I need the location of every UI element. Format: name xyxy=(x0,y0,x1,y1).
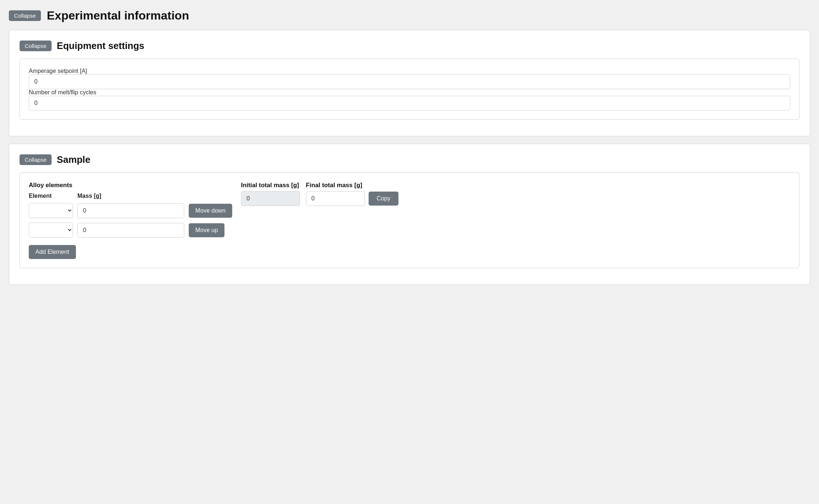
initial-total-mass-input xyxy=(241,191,300,206)
collapse-button-equipment[interactable]: Collapse xyxy=(20,41,52,51)
sample-inner-card: Alloy elements Element Mass [g] Move dow… xyxy=(20,172,799,268)
cycles-input[interactable] xyxy=(29,96,790,111)
element-select-2[interactable] xyxy=(29,223,73,238)
mass-input-1[interactable] xyxy=(77,203,184,218)
initial-total-mass-label: Initial total mass [g] xyxy=(241,182,300,189)
equipment-section-card: Collapse Equipment settings Amperage set… xyxy=(9,30,810,136)
left-alloy-section: Alloy elements Element Mass [g] Move dow… xyxy=(29,182,232,259)
equipment-inner-card: Amperage setpoint [A] Number of melt/fli… xyxy=(20,59,799,120)
sample-section-title: Sample xyxy=(57,154,90,165)
alloy-elements-header: Alloy elements xyxy=(29,182,232,189)
collapse-button-top[interactable]: Collapse xyxy=(9,10,41,21)
page-header: Collapse Experimental information xyxy=(9,9,810,22)
amperage-input[interactable] xyxy=(29,74,790,89)
alloy-row-2: Move up xyxy=(29,223,232,238)
col-element-header: Element xyxy=(29,193,73,199)
initial-total-mass-col: Initial total mass [g] xyxy=(241,182,300,206)
amperage-label: Amperage setpoint [A] xyxy=(29,68,87,74)
page-title: Experimental information xyxy=(47,9,189,22)
right-mass-section: Initial total mass [g] Final total mass … xyxy=(241,182,398,206)
equipment-section-header: Collapse Equipment settings xyxy=(20,41,799,51)
alloy-row-1: Move down xyxy=(29,203,232,218)
main-inner-table: Alloy elements Element Mass [g] Move dow… xyxy=(29,182,790,259)
move-up-button[interactable]: Move up xyxy=(189,223,224,237)
amperage-field-group: Amperage setpoint [A] xyxy=(29,68,790,89)
col-mass-header: Mass [g] xyxy=(77,193,184,199)
move-down-button[interactable]: Move down xyxy=(189,204,232,218)
final-total-mass-input[interactable] xyxy=(306,191,365,206)
sample-section-card: Collapse Sample Alloy elements Element M… xyxy=(9,144,810,285)
element-select-1[interactable] xyxy=(29,203,73,218)
equipment-section-title: Equipment settings xyxy=(57,41,144,51)
col-headers: Element Mass [g] xyxy=(29,193,232,199)
collapse-button-sample[interactable]: Collapse xyxy=(20,154,52,165)
add-element-button[interactable]: Add Element xyxy=(29,245,76,259)
copy-button[interactable]: Copy xyxy=(369,192,398,206)
cycles-label: Number of melt/flip cycles xyxy=(29,89,96,95)
alloy-elements-label: Alloy elements xyxy=(29,182,72,189)
final-total-mass-label: Final total mass [g] xyxy=(306,182,398,189)
cycles-field-group: Number of melt/flip cycles xyxy=(29,89,790,111)
mass-input-2[interactable] xyxy=(77,223,184,238)
sample-section-header: Collapse Sample xyxy=(20,154,799,165)
final-total-mass-col: Final total mass [g] Copy xyxy=(306,182,398,206)
